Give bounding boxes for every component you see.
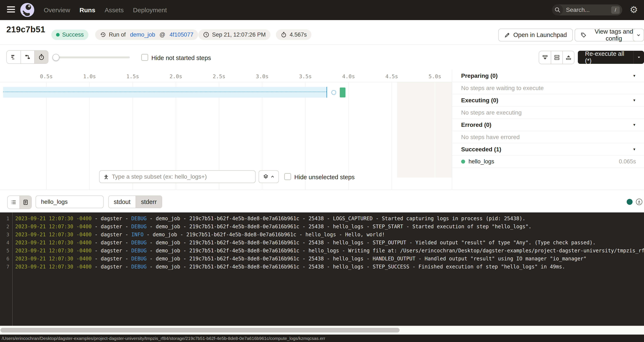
flat-view-button[interactable] xyxy=(7,51,20,64)
waterfall-view-button[interactable] xyxy=(20,51,34,64)
log-stream-tabs: stdoutstderr xyxy=(108,196,162,208)
status-label: Success xyxy=(62,32,84,38)
tag-icon xyxy=(580,32,586,38)
gantt-zoom-slider-handle[interactable] xyxy=(52,54,60,61)
raw-log-view-button[interactable] xyxy=(20,196,31,208)
hide-not-started-checkbox[interactable] xyxy=(141,54,148,61)
timestamp-tag: Sep 21, 12:07:26 PM xyxy=(198,30,270,40)
top-nav: OverviewRunsAssetsDeployment Search... /… xyxy=(0,0,644,20)
tab-stdout[interactable]: stdout xyxy=(109,196,136,208)
log-line: 22023-09-21 12:07:30 -0400 - dagster - D… xyxy=(0,222,644,230)
status-dot-icon xyxy=(56,33,60,36)
log-line-text: 2023-09-21 12:07:30 -0400 - dagster - DE… xyxy=(9,216,526,222)
log-line-number: 7 xyxy=(0,264,9,270)
graph-query-toggle-button[interactable] xyxy=(258,170,279,183)
timing-view-button[interactable] xyxy=(34,51,48,64)
axis-baseline xyxy=(0,82,452,82)
download-log-icon[interactable] xyxy=(636,198,643,206)
axis-tick-label: 2.0s xyxy=(170,73,182,80)
expand-up-icon xyxy=(565,54,572,61)
page-title-run-id: 219c7b51 xyxy=(6,25,45,34)
log-line-text: 2023-09-21 12:07:30 -0400 - dagster - DE… xyxy=(9,240,596,246)
axis-tick-label: 2.5s xyxy=(213,73,226,80)
list-view-icon xyxy=(10,199,16,205)
log-line: 42023-09-21 12:07:30 -0400 - dagster - D… xyxy=(0,239,644,247)
collapse-panel-button[interactable] xyxy=(539,51,551,64)
section-empty-row: No steps are waiting to execute xyxy=(452,82,644,94)
log-line-text: 2023-09-21 12:07:30 -0400 - dagster - DE… xyxy=(9,256,586,262)
gantt-step-bar-hello_logs[interactable] xyxy=(340,88,346,98)
tab-stderr[interactable]: stderr xyxy=(136,196,162,208)
stopwatch-icon xyxy=(280,32,287,38)
section-header-preparing[interactable]: Preparing (0)▼ xyxy=(452,70,644,82)
clock-icon xyxy=(203,32,209,38)
commit-link[interactable]: 4f105077 xyxy=(170,32,194,38)
log-line-number: 4 xyxy=(0,240,9,246)
log-capture-status-dot xyxy=(627,199,632,205)
section-title: Preparing (0) xyxy=(461,72,498,79)
axis-tick-label: 0.5s xyxy=(40,73,53,80)
gantt-view-mode-group xyxy=(6,50,48,64)
duration-tag: 4.567s xyxy=(276,30,312,40)
section-title: Errored (0) xyxy=(461,122,491,128)
reexecute-dropdown-button[interactable] xyxy=(634,51,644,64)
gantt-zoom-slider-track[interactable] xyxy=(52,56,130,58)
log-line: 72023-09-21 12:07:30 -0400 - dagster - D… xyxy=(0,263,644,271)
chevron-up-icon xyxy=(270,174,275,179)
pending-marker-circle xyxy=(331,90,336,95)
section-caret-icon: ▼ xyxy=(632,98,636,102)
split-panel-button[interactable] xyxy=(551,51,562,64)
section-title: Succeeded (1) xyxy=(461,146,501,153)
log-line-text: 2023-09-21 12:07:30 -0400 - dagster - DE… xyxy=(9,264,565,270)
section-header-succeeded[interactable]: Succeeded (1)▼ xyxy=(452,143,644,156)
reexecute-button: Re-execute all (*) xyxy=(578,51,644,64)
split-rows-icon xyxy=(554,54,560,61)
gear-icon[interactable]: ⚙ xyxy=(630,4,638,15)
axis-tick-label: 5.0s xyxy=(428,73,441,80)
step-duration: 0.065s xyxy=(619,158,636,165)
step-row[interactable]: hello_logs0.065s xyxy=(452,156,644,168)
hamburger-menu-icon[interactable] xyxy=(7,6,15,14)
step-subset-input[interactable] xyxy=(112,173,252,180)
hide-unselected-checkbox[interactable] xyxy=(284,173,291,180)
search-input[interactable]: Search... / xyxy=(552,4,622,16)
reexecute-all-button[interactable]: Re-execute all (*) xyxy=(578,50,634,64)
open-in-launchpad-button[interactable]: Open in Launchpad xyxy=(498,28,573,42)
nav-item-runs[interactable]: Runs xyxy=(80,6,95,14)
run-actions-dropdown-button[interactable] xyxy=(633,28,644,42)
job-name-link[interactable]: demo_job xyxy=(130,32,155,38)
op-selector-icon xyxy=(103,174,109,180)
section-header-executing[interactable]: Executing (0)▼ xyxy=(452,94,644,106)
layers-icon xyxy=(263,174,269,180)
hide-not-started-label[interactable]: Hide not started steps xyxy=(152,54,211,62)
waiting-dotted-line xyxy=(3,92,326,92)
chevron-down-icon xyxy=(636,32,641,38)
axis-gridline xyxy=(392,82,392,190)
nav-item-deployment[interactable]: Deployment xyxy=(133,6,167,14)
section-caret-icon: ▼ xyxy=(632,123,636,127)
expand-panel-button[interactable] xyxy=(562,51,574,64)
log-line-text: 2023-09-21 12:07:30 -0400 - dagster - DE… xyxy=(9,224,532,230)
hide-unselected-label[interactable]: Hide unselected steps xyxy=(294,174,354,181)
log-step-filter-input[interactable]: hello_logs xyxy=(36,196,104,208)
flat-view-icon xyxy=(10,54,17,60)
dagster-logo-icon[interactable] xyxy=(20,3,34,18)
nav-item-assets[interactable]: Assets xyxy=(105,6,124,14)
horizontal-scrollbar-thumb[interactable] xyxy=(0,328,400,332)
axis-gridline xyxy=(348,82,349,190)
axis-tick-label: 4.0s xyxy=(342,73,355,80)
waiting-band xyxy=(3,87,327,98)
search-shortcut-badge: / xyxy=(611,6,620,14)
structured-log-view-button[interactable] xyxy=(8,196,20,208)
nav-item-overview[interactable]: Overview xyxy=(44,6,70,14)
section-header-errored[interactable]: Errored (0)▼ xyxy=(452,119,644,131)
log-view-toggle-group xyxy=(7,196,32,209)
nav-items: OverviewRunsAssetsDeployment xyxy=(44,0,167,20)
pencil-icon xyxy=(504,32,510,38)
axis-gridline xyxy=(305,82,306,190)
out-of-run-shade xyxy=(397,82,452,178)
axis-tick-label: 1.0s xyxy=(83,73,96,80)
log-line: 62023-09-21 12:07:30 -0400 - dagster - D… xyxy=(0,255,644,263)
log-line-text: 2023-09-21 12:07:30 -0400 - dagster - IN… xyxy=(9,232,385,238)
log-line-number: 1 xyxy=(0,216,9,221)
